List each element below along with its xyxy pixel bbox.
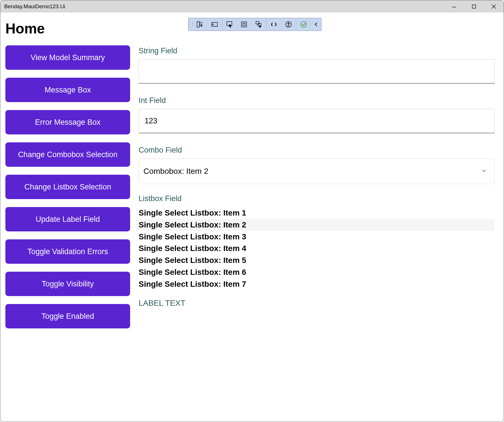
display-layout-icon[interactable]: [237, 18, 252, 31]
checkmark-icon[interactable]: [296, 18, 311, 31]
hot-reload-icon[interactable]: [207, 18, 222, 31]
svg-marker-12: [229, 24, 232, 28]
window-title: Benday.MauiDemo123.Ui: [4, 3, 65, 10]
change-combobox-button[interactable]: Change Combobox Selection: [5, 142, 130, 167]
accessibility-icon[interactable]: [281, 18, 296, 31]
svg-rect-4: [197, 22, 199, 27]
svg-point-20: [301, 22, 306, 27]
listbox-item[interactable]: Single Select Listbox: Item 3: [136, 231, 495, 243]
toggle-validation-button[interactable]: Toggle Validation Errors: [5, 239, 130, 264]
listbox-item[interactable]: Single Select Listbox: Item 7: [136, 278, 495, 290]
listbox-field[interactable]: Single Select Listbox: Item 1Single Sele…: [139, 207, 495, 290]
debug-toolbar[interactable]: ⋮⋮: [188, 18, 321, 31]
int-field-input[interactable]: [139, 109, 495, 133]
live-visual-tree-icon[interactable]: [192, 18, 207, 31]
svg-rect-13: [242, 22, 247, 27]
main-layout: View Model Summary Message Box Error Mes…: [5, 45, 499, 328]
maximize-button[interactable]: [464, 0, 484, 12]
svg-rect-14: [243, 23, 245, 26]
action-button-column: View Model Summary Message Box Error Mes…: [5, 45, 130, 328]
string-field-input[interactable]: [139, 59, 495, 84]
change-listbox-button[interactable]: Change Listbox Selection: [5, 175, 130, 199]
listbox-item[interactable]: Single Select Listbox: Item 6: [136, 266, 495, 278]
listbox-item[interactable]: Single Select Listbox: Item 5: [136, 254, 495, 266]
combo-selected-value: Combobox: Item 2: [143, 167, 208, 176]
svg-rect-9: [212, 22, 217, 26]
minimize-button[interactable]: [444, 0, 464, 12]
xaml-binding-icon[interactable]: [266, 18, 281, 31]
track-focus-icon[interactable]: [251, 18, 266, 31]
combo-field-label: Combo Field: [139, 146, 495, 155]
listbox-field-label: Listbox Field: [139, 194, 495, 203]
select-element-icon[interactable]: [222, 18, 237, 31]
title-bar[interactable]: Benday.MauiDemo123.Ui: [0, 0, 504, 12]
update-label-button[interactable]: Update Label Field: [5, 207, 130, 231]
string-field-label: String Field: [139, 47, 495, 55]
listbox-item[interactable]: Single Select Listbox: Item 2: [136, 219, 495, 231]
error-message-box-button[interactable]: Error Message Box: [5, 110, 130, 134]
toggle-enabled-button[interactable]: Toggle Enabled: [5, 304, 130, 328]
window-controls: [444, 0, 504, 12]
listbox-item[interactable]: Single Select Listbox: Item 4: [136, 242, 495, 254]
message-box-button[interactable]: Message Box: [5, 78, 130, 102]
svg-rect-1: [472, 5, 476, 8]
client-area: Home View Model Summary Message Box Erro…: [0, 12, 504, 422]
toolbar-grip-icon[interactable]: ⋮⋮: [189, 18, 192, 31]
combo-field-select[interactable]: Combobox: Item 2: [139, 159, 495, 184]
close-button[interactable]: [484, 0, 504, 12]
view-model-summary-button[interactable]: View Model Summary: [5, 45, 130, 70]
label-text-field: LABEL TEXT: [139, 299, 495, 308]
listbox-item[interactable]: Single Select Listbox: Item 1: [136, 207, 495, 219]
svg-marker-8: [201, 24, 203, 27]
int-field-label: Int Field: [139, 96, 495, 105]
form-column: String Field Int Field Combo Field Combo…: [139, 45, 499, 328]
svg-point-19: [288, 22, 289, 24]
chevron-down-icon: [481, 167, 487, 176]
svg-point-10: [212, 24, 213, 25]
collapse-icon[interactable]: [311, 18, 321, 31]
toggle-visibility-button[interactable]: Toggle Visibility: [5, 272, 130, 296]
